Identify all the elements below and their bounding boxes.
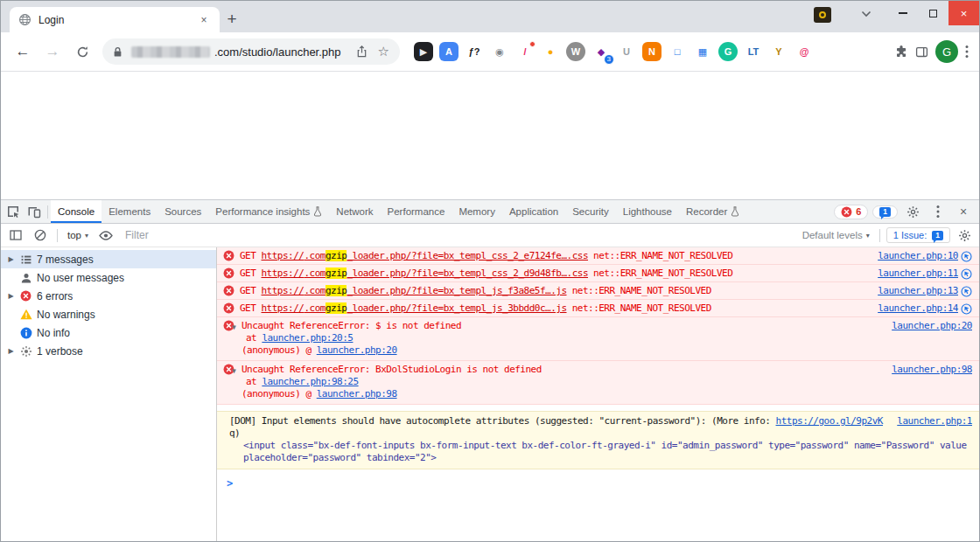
- side-panel-icon[interactable]: [915, 45, 928, 59]
- devtools-tab-network[interactable]: Network: [329, 200, 380, 223]
- extension-icon-10[interactable]: N: [642, 42, 662, 61]
- extension-icon-1[interactable]: ▶: [414, 42, 433, 61]
- issue-bubble-icon: 1: [932, 231, 943, 240]
- devtools-tab-recorder[interactable]: Recorder: [679, 200, 746, 223]
- camera-extension-icon[interactable]: ◉: [490, 42, 509, 61]
- console-filter-input[interactable]: [125, 227, 790, 243]
- y-extension-icon[interactable]: Y: [769, 42, 788, 61]
- request-url-link[interactable]: .com: [304, 285, 326, 296]
- translate-extension-icon[interactable]: A: [439, 42, 458, 61]
- address-bar[interactable]: .com/studio/launcher.php ☆: [102, 38, 400, 65]
- minimize-button[interactable]: [887, 1, 918, 25]
- stack-frame-link[interactable]: launcher.php:98:25: [262, 376, 358, 387]
- request-url-link[interactable]: .com: [304, 268, 326, 279]
- console-sidebar-6-errors[interactable]: ▶6 errors: [1, 287, 216, 305]
- devtools-tabbar: ConsoleElementsSourcesPerformance insigh…: [1, 200, 979, 224]
- devtools-tab-elements[interactable]: Elements: [102, 200, 158, 223]
- devtools-close-icon[interactable]: ×: [953, 201, 974, 222]
- source-location-link[interactable]: launcher.php:98: [892, 364, 972, 376]
- devtools-tab-console[interactable]: Console: [51, 200, 102, 223]
- swirl-extension-icon[interactable]: @: [794, 42, 814, 61]
- browser-menu-kebab-icon[interactable]: [965, 45, 969, 59]
- javascript-context-selector[interactable]: top ▾: [64, 230, 92, 240]
- devtools-tab-sources[interactable]: Sources: [158, 200, 208, 223]
- stack-frame-link[interactable]: launcher.php:98: [317, 388, 397, 400]
- clear-console-icon[interactable]: [30, 225, 51, 246]
- console-sidebar-7-messages[interactable]: ▶7 messages: [1, 250, 216, 268]
- request-url-link[interactable]: https://: [262, 268, 304, 279]
- languagetool-extension-icon[interactable]: LT: [744, 42, 763, 61]
- live-expression-eye-icon[interactable]: [95, 225, 116, 246]
- back-button[interactable]: ←: [10, 39, 35, 64]
- issues-badge[interactable]: 1: [872, 205, 898, 219]
- request-url-link[interactable]: _loader.php/?file=bx_templ_js_f3a8e5f….j…: [346, 285, 566, 296]
- devtools-menu-kebab-icon[interactable]: [928, 201, 948, 222]
- devtools-tab-memory[interactable]: Memory: [452, 200, 502, 223]
- stack-frame-link[interactable]: launcher.php:20:5: [262, 332, 353, 344]
- devtools-settings-gear-icon[interactable]: [902, 201, 923, 222]
- wordpress-extension-icon[interactable]: W: [566, 42, 585, 61]
- devtools-tab-application[interactable]: Application: [502, 200, 565, 223]
- maximize-button[interactable]: [918, 1, 948, 25]
- console-settings-gear-icon[interactable]: [954, 225, 975, 246]
- devtools-tab-lighthouse[interactable]: Lighthouse: [616, 200, 679, 223]
- collapse-arrow-icon[interactable]: ▼: [232, 322, 236, 334]
- grid-extension-icon[interactable]: ▦: [693, 42, 712, 61]
- extension-icon-6[interactable]: ●: [541, 42, 560, 61]
- new-tab-button[interactable]: +: [220, 7, 244, 31]
- pinned-extension-eye-icon[interactable]: [814, 7, 831, 23]
- console-sidebar-1-verbose[interactable]: ▶1 verbose: [1, 342, 216, 360]
- console-sidebar-no-user-messages[interactable]: No user messages: [1, 268, 216, 287]
- browser-tab-login[interactable]: Login ×: [10, 7, 220, 32]
- source-location-link[interactable]: launcher.php:1: [897, 415, 972, 427]
- tab-close-icon[interactable]: ×: [197, 14, 211, 26]
- log-levels-selector[interactable]: Default levels ▾: [799, 230, 873, 240]
- console-sidebar-toggle-icon[interactable]: [5, 225, 26, 246]
- collapse-arrow-icon[interactable]: ▼: [232, 365, 236, 378]
- tab-search-chevron-icon[interactable]: [861, 10, 872, 17]
- device-toolbar-icon[interactable]: [24, 201, 45, 222]
- console-sidebar-no-warnings[interactable]: No warnings: [1, 305, 216, 323]
- grammarly-extension-icon[interactable]: G: [718, 42, 738, 61]
- request-url-link[interactable]: https://: [262, 285, 304, 296]
- source-location-link[interactable]: launcher.php:14: [878, 302, 958, 315]
- bookmark-star-icon[interactable]: ☆: [378, 44, 389, 59]
- request-url-link[interactable]: _loader.php/?file=bx_templ_css_2_d9d48fb…: [346, 268, 588, 279]
- console-errors-badge[interactable]: 6: [834, 205, 868, 219]
- source-location-link[interactable]: launcher.php:11: [878, 268, 958, 280]
- profile-avatar[interactable]: G: [935, 40, 958, 63]
- issues-button[interactable]: 1 Issue: 1: [886, 227, 950, 243]
- request-url-link[interactable]: _loader.php/?file=bx_templ_js_3bbdd0c….j…: [346, 302, 566, 314]
- bucket-extension-icon[interactable]: U: [617, 42, 636, 61]
- source-location-link[interactable]: launcher.php:20: [892, 320, 972, 332]
- source-location-link[interactable]: launcher.php:13: [878, 285, 958, 297]
- request-url-link[interactable]: .com: [304, 250, 326, 261]
- devtools-tab-performance-insights[interactable]: Performance insights: [208, 200, 329, 223]
- extension-icon-3[interactable]: ƒ?: [465, 42, 484, 61]
- source-location-link[interactable]: launcher.php:10: [878, 250, 958, 262]
- request-url-link[interactable]: _loader.php/?file=bx_templ_css_2_e7124fe…: [346, 250, 588, 261]
- console-network-error-row: GET https://.comgzip_loader.php/?file=bx…: [217, 282, 979, 300]
- more-info-link[interactable]: https://goo.gl/9p2vK: [776, 415, 883, 427]
- share-icon[interactable]: [356, 45, 368, 58]
- forward-button[interactable]: →: [40, 39, 65, 64]
- request-url-link[interactable]: https://: [262, 250, 304, 261]
- request-url-link[interactable]: https://: [262, 302, 304, 314]
- sidebar-item-label: 7 messages: [37, 254, 94, 266]
- extensions-puzzle-icon[interactable]: [894, 45, 908, 59]
- gem-extension-icon[interactable]: ◆3: [592, 42, 611, 61]
- devtools-tab-performance[interactable]: Performance: [381, 200, 452, 223]
- request-url-link[interactable]: .com: [304, 302, 326, 314]
- reload-button[interactable]: [70, 39, 94, 64]
- screencast-extension-icon[interactable]: □: [668, 42, 687, 61]
- close-window-button[interactable]: ×: [948, 1, 979, 25]
- console-prompt[interactable]: >: [217, 469, 979, 490]
- console-sidebar-no-info[interactable]: No info: [1, 323, 216, 342]
- inspect-element-icon[interactable]: [3, 201, 24, 222]
- stack-frame-link[interactable]: launcher.php:20: [317, 344, 397, 356]
- exception-message: Uncaught ReferenceError: $ is not define…: [242, 320, 883, 332]
- gem-extension-icon-badge: 3: [604, 54, 614, 65]
- pen-extension-icon[interactable]: /: [515, 42, 535, 61]
- devtools-tab-security[interactable]: Security: [565, 200, 616, 223]
- verbose-icon: [19, 345, 32, 358]
